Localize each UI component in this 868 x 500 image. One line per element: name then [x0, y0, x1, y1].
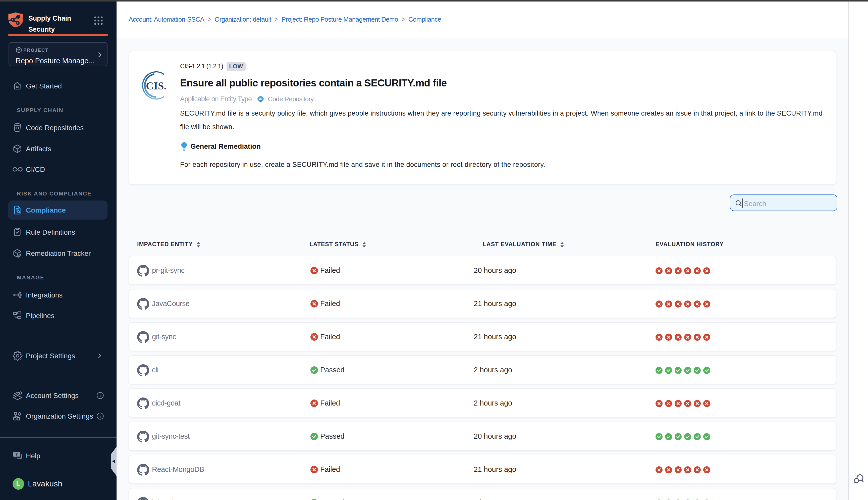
- svg-text:?: ?: [15, 452, 17, 456]
- svg-text:CIS.: CIS.: [146, 80, 167, 92]
